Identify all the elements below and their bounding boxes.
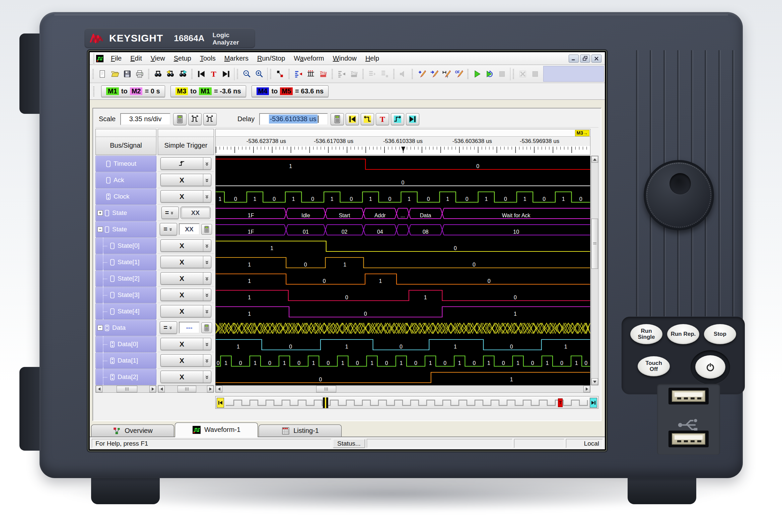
scroll-right-button[interactable] <box>149 386 156 392</box>
trigger-dropdown-dontcare[interactable]: X <box>161 239 211 252</box>
zoom-out-icon[interactable] <box>241 68 253 80</box>
waveform-trace-state-3-8[interactable]: 1010 <box>216 287 590 304</box>
signal-row-label-ack-1[interactable]: Ack <box>96 172 156 188</box>
stop-button[interactable]: Stop <box>704 324 736 344</box>
restore-button[interactable] <box>580 54 590 63</box>
chevron-down-icon[interactable] <box>203 354 211 366</box>
tab-waveform-1[interactable]: Waveform-1 <box>175 422 258 437</box>
tree-collapse-toggle[interactable]: − <box>98 227 103 232</box>
marker-pair-icon[interactable] <box>274 68 286 80</box>
signal-row-label-state-4[interactable]: −State <box>96 221 156 237</box>
menu-waveform[interactable]: Waveform <box>289 53 328 64</box>
goto-begin-icon[interactable] <box>195 68 207 80</box>
marker-delta-button-m1-m2[interactable]: M1toM2= 0 s <box>101 85 165 97</box>
waveform-display-area[interactable]: 100101010101010101010101FIdleStartAddr..… <box>215 156 591 385</box>
goto-begin-y-button[interactable] <box>346 113 359 125</box>
signal-row-label-clock-2[interactable]: Clock <box>96 189 156 204</box>
overview-view-cursor[interactable] <box>323 397 328 408</box>
save-floppy-icon[interactable] <box>121 68 133 80</box>
scroll-right-button[interactable] <box>207 386 214 392</box>
toolbar-group-handle[interactable] <box>513 69 514 79</box>
trigger-value-input[interactable]: --- <box>179 322 200 334</box>
waveform-trace-data-2-13[interactable]: 01 <box>216 369 590 385</box>
bus-edges-icon[interactable] <box>305 68 317 80</box>
toolbar-group-handle[interactable] <box>393 69 394 79</box>
open-folder-icon[interactable] <box>108 68 121 80</box>
trigger-dropdown-dontcare[interactable]: X <box>161 305 211 317</box>
signal-row-label-data-0-11[interactable]: Data[0] <box>96 336 156 352</box>
calculator-button[interactable] <box>173 113 186 125</box>
prev-edge-button[interactable] <box>361 113 374 125</box>
marker-delta-button-m3-m1[interactable]: M3toM1= -3.6 ns <box>171 85 246 97</box>
toolbar-group-handle[interactable] <box>412 69 413 79</box>
overview-insert-icon[interactable] <box>292 68 305 80</box>
menu-help[interactable]: Help <box>361 53 384 64</box>
waveform-trace-state-2-7[interactable]: 1010 <box>216 271 590 287</box>
find-binoculars-icon[interactable] <box>152 68 164 80</box>
power-button[interactable] <box>695 355 725 379</box>
expand-edges-button[interactable] <box>203 113 217 125</box>
calculator-button[interactable] <box>330 113 344 125</box>
find-next-icon[interactable] <box>177 68 189 80</box>
trigger-dropdown-dontcare[interactable]: X <box>161 174 211 186</box>
m3-marker-chip[interactable]: M3→ <box>575 130 590 136</box>
goto-end-icon[interactable] <box>220 68 232 80</box>
close-button[interactable] <box>592 54 602 63</box>
overview-goto-end-button[interactable] <box>590 398 597 408</box>
tab-listing-1[interactable]: Listing-1 <box>258 424 342 436</box>
find-previous-icon[interactable] <box>164 68 177 80</box>
scroll-up-button[interactable] <box>592 156 598 163</box>
trigger-value-input[interactable]: XX <box>179 223 200 235</box>
waveform-hscrollbar[interactable] <box>215 385 591 393</box>
chevron-down-icon[interactable] <box>203 240 211 252</box>
trigger-dropdown-dontcare[interactable]: X <box>161 289 211 301</box>
status-button[interactable]: Status... <box>333 439 365 448</box>
signal-row-label-state-3-8[interactable]: State[3] <box>96 287 156 303</box>
signal-row-label-data-2-13[interactable]: Data[2] <box>96 369 156 385</box>
chevron-down-icon[interactable] <box>203 158 211 169</box>
toolbar-group-handle[interactable] <box>237 69 238 79</box>
touch-off-button[interactable]: TouchOff <box>638 356 670 376</box>
waveform-trace-state-4[interactable]: 1F0102040810 <box>216 222 590 238</box>
chevron-down-icon[interactable] <box>203 190 211 202</box>
menu-edit[interactable]: Edit <box>126 53 146 64</box>
column-header-bus-signal[interactable]: Bus/Signal <box>96 129 156 155</box>
tab-overview[interactable]: Overview <box>91 424 174 436</box>
toolbar-group-handle[interactable] <box>331 69 333 79</box>
signal-row-label-data-1-12[interactable]: Data[1] <box>96 352 156 369</box>
pencil-width-icon[interactable]: T <box>440 68 453 80</box>
run-rep-button[interactable]: Run Rep. <box>667 324 699 344</box>
chevron-down-icon[interactable] <box>203 305 211 317</box>
menu-file[interactable]: File <box>107 53 126 64</box>
signal-row-label-state-1-6[interactable]: State[1] <box>96 254 156 270</box>
waveform-trace-data-0-11[interactable]: 1010101 <box>216 337 590 353</box>
trigger-dropdown-dontcare[interactable]: X <box>161 371 211 383</box>
waveform-trace-timeout-0[interactable]: 10 <box>216 156 590 173</box>
toolbar-group-handle[interactable] <box>467 69 468 79</box>
trigger-dropdown-dontcare[interactable]: X <box>161 256 211 268</box>
signal-row-label-state-0-5[interactable]: State[0] <box>96 238 156 254</box>
waveform-trace-state-0-5[interactable]: 10 <box>216 238 590 255</box>
toolbar-group-handle[interactable] <box>288 69 290 79</box>
waveform-trace-state-1-6[interactable]: 1010 <box>216 255 590 271</box>
menu-setup[interactable]: Setup <box>170 53 196 64</box>
calculator-button[interactable] <box>201 224 212 235</box>
scale-input[interactable]: 3.35 ns/div <box>120 113 171 125</box>
tree-collapse-toggle[interactable]: − <box>98 325 103 331</box>
trigger-dropdown-dontcare[interactable]: X <box>161 338 211 350</box>
scroll-left-button[interactable] <box>216 386 222 392</box>
delay-input[interactable]: -536.610338 us <box>259 113 328 125</box>
hscroll-thumb[interactable] <box>178 386 196 392</box>
trigger-dropdown-edge[interactable] <box>161 157 211 170</box>
pencil-goto-icon[interactable] <box>428 68 440 80</box>
fit-edges-button[interactable] <box>188 113 202 125</box>
hscroll-thumb[interactable] <box>116 386 137 392</box>
trigger-operator-dropdown[interactable]: = <box>162 206 179 219</box>
calculator-button[interactable] <box>201 322 212 333</box>
signal-row-label-data-10[interactable]: −Data <box>96 320 156 336</box>
run-single-button[interactable]: RunSingle <box>630 324 663 344</box>
toolbar-group-handle[interactable] <box>270 69 271 79</box>
chevron-down-icon[interactable] <box>203 371 211 383</box>
usb-port-bottom[interactable] <box>669 430 709 447</box>
overview-goto-begin-button[interactable] <box>217 398 224 408</box>
